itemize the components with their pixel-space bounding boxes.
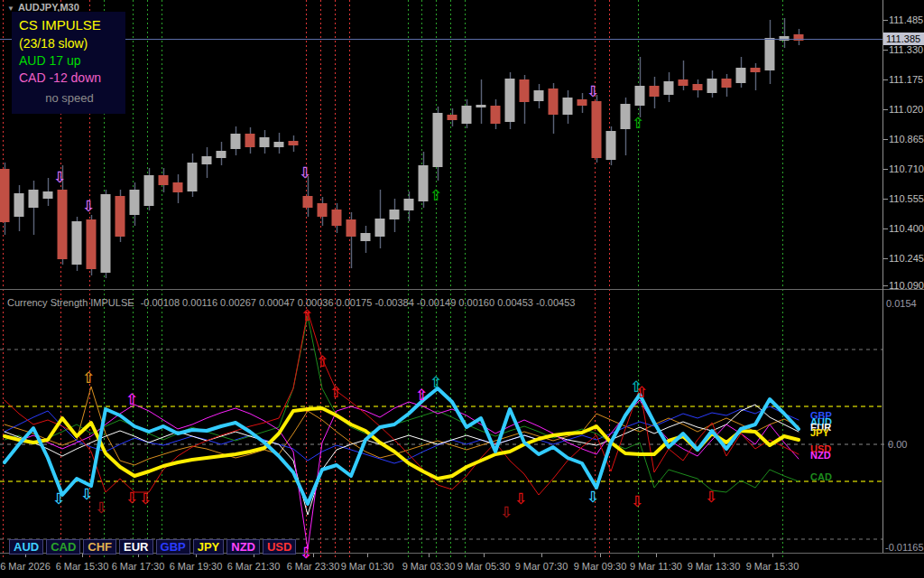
candle [217,151,226,158]
candle [664,81,674,95]
candle [462,106,472,124]
indicator-scale-max: 0.0154 [886,298,917,309]
time-axis-label[interactable]: 6 Mar 2026 [0,561,51,572]
candle [505,79,515,122]
candle [14,193,24,217]
candle [260,137,270,147]
down-arrow-icon: ⇩ [82,197,95,215]
time-axis-label[interactable]: 6 Mar 19:30 [170,561,223,572]
time-axis-label[interactable]: 9 Mar 03:30 [402,561,456,572]
price-axis-label: 110.245 [889,253,924,264]
indicator-values: -0.00108 0.00116 0.00267 0.00047 0.00036… [141,297,576,308]
price-axis-label: 110.400 [889,223,924,234]
candle [520,79,530,102]
currency-chip-eur[interactable]: EUR [119,539,152,555]
candle [707,79,717,93]
candle [578,99,587,106]
info-box-line: no speed [19,87,120,107]
info-box-line: AUD 17 up [19,52,120,70]
strength-line-cad [5,316,799,492]
candle [130,190,140,215]
time-axis-label[interactable]: 6 Mar 23:30 [287,561,340,572]
currency-chip-chf[interactable]: CHF [83,539,116,555]
down-arrow-icon: ⇩ [299,163,311,182]
down-arrow-icon: ⇩ [139,489,152,508]
indicator-name: Currency Strength IMPULSE [7,297,134,308]
down-arrow-icon: ⇩ [95,499,107,517]
candle [390,210,400,219]
candle [43,191,53,199]
candle [722,79,732,88]
time-axis-label[interactable]: 9 Mar 09:30 [574,561,627,572]
candle [491,106,501,124]
time-axis-label[interactable]: 9 Mar 11:30 [630,561,682,572]
candle [346,219,356,237]
candle [72,221,82,265]
candle [289,141,299,145]
time-axis-label[interactable]: 6 Mar 17:30 [112,561,165,572]
candle [419,165,429,201]
down-arrow-icon: ⇩ [514,489,527,508]
candle [231,134,241,149]
candle [101,194,111,273]
down-arrow-icon: ⇩ [500,503,513,521]
candle [780,36,790,41]
up-arrow-icon: ⇧ [125,390,138,408]
down-arrow-icon: ⇩ [587,488,599,506]
line-label-cad: CAD [810,472,832,482]
currency-strength-legend: AUDCADCHFEURGBPJPYNZDUSD [9,539,296,555]
candle [144,175,154,206]
indicator-signal-arrows: ⇧⇧⇧⇧⇧⇧⇧⇧⇧⇩⇩⇩⇩⇩⇩⇩⇩⇩⇩⇩ [52,306,717,562]
down-arrow-icon: ⇩ [52,489,65,508]
candle [361,233,371,241]
currency-chip-aud[interactable]: AUD [9,539,43,555]
metatrader-chart-window: ⇩⇩⇩⇩⇧⇧⇧⇧⇧⇧⇧⇧⇧⇧⇧⇩⇩⇩⇩⇩⇩⇩⇩⇩⇩⇩ ▼AUDJPY,M30 C… [0,0,924,578]
candle [375,219,385,237]
time-axis-label[interactable]: 9 Mar 07:30 [515,561,568,572]
up-arrow-icon: ⇧ [430,373,442,391]
candle [159,175,169,185]
up-arrow-icon: ⇧ [415,386,428,404]
chart-canvas[interactable]: ⇩⇩⇩⇩⇧⇧⇧⇧⇧⇧⇧⇧⇧⇧⇧⇩⇩⇩⇩⇩⇩⇩⇩⇩⇩⇩ [0,0,924,578]
candle [116,196,125,237]
candle [549,89,559,115]
candle [606,131,616,160]
price-axis-label: 110.865 [889,134,924,144]
indicator-info-box: CS IMPULSE(23/18 slow)AUD 17 upCAD -12 d… [12,12,125,114]
currency-chip-nzd[interactable]: NZD [226,539,260,555]
currency-chip-jpy[interactable]: JPY [193,539,225,555]
down-arrow-icon: ⇩ [125,489,138,507]
price-axis-label: 110.555 [889,193,924,204]
time-axis-label[interactable]: 6 Mar 21:30 [227,561,281,572]
candle [563,98,573,115]
currency-chip-gbp[interactable]: GBP [156,539,190,555]
line-label-jpy: JPY [810,428,829,438]
indicator-scale-zero: 0.00 [888,439,907,450]
up-arrow-icon: ⇧ [300,306,313,324]
candle [650,86,660,97]
time-axis-label[interactable]: 9 Mar 05:30 [457,561,511,572]
candle [433,113,443,167]
candle [173,182,183,192]
candle [621,104,631,129]
candle [693,84,703,90]
strength-line-chf [5,387,799,465]
time-axis-label[interactable]: 9 Mar 01:30 [341,561,394,572]
currency-chip-cad[interactable]: CAD [46,539,80,555]
down-arrow-icon: ⇩ [587,82,599,100]
time-axis-label[interactable]: 9 Mar 13:30 [688,561,741,572]
info-box-line: (23/18 slow) [19,35,120,52]
time-axis-label[interactable]: 6 Mar 15:30 [56,561,109,572]
candle [202,156,212,164]
price-axis-label: 111.485 [889,14,923,25]
candle [332,210,342,226]
info-box-line: CS IMPULSE [19,15,120,35]
price-axis-label: 110.710 [889,163,924,174]
time-axis-label[interactable]: 9 Mar 15:30 [746,561,799,572]
up-arrow-icon: ⇧ [316,352,328,370]
candle [404,199,414,210]
currency-chip-usd[interactable]: USD [263,539,296,555]
indicator-header[interactable]: Currency Strength IMPULSE-0.00108 0.0011… [7,297,575,308]
candle [679,79,688,86]
down-arrow-icon: ⇩ [631,492,643,510]
